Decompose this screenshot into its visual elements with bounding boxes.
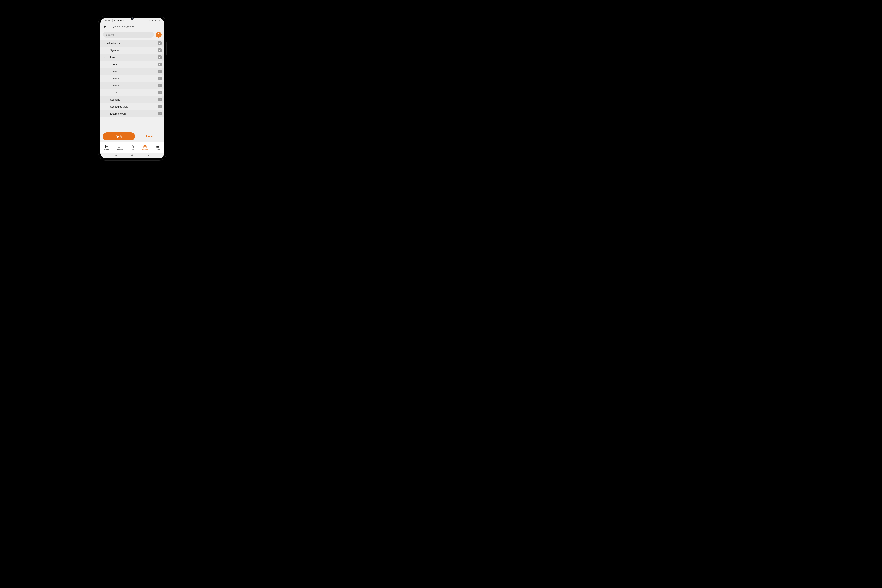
list-item-label: Scheduled task bbox=[106, 105, 158, 108]
phone-side-button bbox=[166, 42, 167, 55]
wifi-icon bbox=[151, 20, 153, 21]
nav-cameras[interactable]: Cameras bbox=[113, 142, 126, 153]
svg-rect-7 bbox=[148, 20, 149, 21]
svg-rect-18 bbox=[131, 146, 134, 148]
checkbox[interactable] bbox=[158, 112, 162, 116]
list-item-label: user2 bbox=[106, 77, 158, 80]
nav-label: Cameras bbox=[116, 149, 123, 151]
header: Event initiators bbox=[100, 23, 164, 31]
svg-point-20 bbox=[132, 147, 133, 147]
svg-point-5 bbox=[123, 20, 125, 21]
whatsapp-icon bbox=[123, 20, 125, 21]
screen: 3:43 PM bbox=[100, 18, 164, 158]
android-back-button[interactable] bbox=[147, 154, 150, 158]
views-icon bbox=[105, 145, 109, 148]
svg-rect-6 bbox=[148, 21, 148, 21]
list-item[interactable]: System bbox=[100, 46, 164, 54]
list-item[interactable]: root bbox=[100, 61, 164, 68]
list-item-label: root bbox=[106, 63, 158, 66]
checkbox[interactable] bbox=[158, 63, 162, 66]
more-icon bbox=[156, 145, 159, 148]
back-button[interactable] bbox=[103, 25, 107, 29]
android-recents-button[interactable] bbox=[115, 154, 117, 158]
events-icon bbox=[143, 145, 147, 148]
page-title: Event initiators bbox=[111, 25, 135, 29]
svg-rect-17 bbox=[118, 146, 120, 147]
svg-rect-22 bbox=[116, 155, 117, 156]
action-bar: Apply Reset bbox=[100, 130, 164, 142]
chevron-down-icon[interactable] bbox=[102, 56, 106, 58]
list-item[interactable]: Scheduled task bbox=[100, 103, 164, 110]
status-right: 66 bbox=[146, 20, 162, 21]
bottom-nav: Views Cameras Eva Events bbox=[100, 142, 164, 153]
svg-point-24 bbox=[132, 155, 133, 156]
list-item-label: Scenario bbox=[106, 98, 158, 101]
checkbox[interactable] bbox=[158, 48, 162, 52]
list-item[interactable]: user3 bbox=[100, 82, 164, 89]
nav-label: Events bbox=[142, 149, 148, 151]
mute-icon bbox=[111, 20, 113, 21]
list-item-label: User bbox=[106, 56, 158, 59]
svg-rect-13 bbox=[161, 20, 161, 21]
nav-views[interactable]: Views bbox=[100, 142, 113, 153]
checkbox[interactable] bbox=[158, 91, 162, 94]
list-item-label: user3 bbox=[106, 84, 158, 87]
search-bar bbox=[100, 31, 164, 40]
search-input[interactable] bbox=[103, 32, 154, 38]
android-home-button[interactable] bbox=[131, 154, 134, 158]
reset-button[interactable]: Reset bbox=[138, 132, 161, 140]
list-item[interactable]: 123 bbox=[100, 89, 164, 96]
eva-icon bbox=[130, 145, 134, 148]
android-nav-bar bbox=[100, 153, 164, 158]
search-icon bbox=[157, 33, 160, 36]
nav-eva[interactable]: Eva bbox=[126, 142, 139, 153]
bluetooth-icon bbox=[146, 20, 147, 21]
phone-notch bbox=[131, 17, 134, 20]
list-item-label: All initiators bbox=[106, 42, 158, 45]
status-left: 3:43 PM bbox=[103, 20, 125, 21]
cameras-icon bbox=[118, 145, 122, 148]
list-item-label: System bbox=[106, 49, 158, 52]
checkbox[interactable] bbox=[158, 105, 162, 108]
search-button[interactable] bbox=[156, 32, 162, 38]
checkbox[interactable] bbox=[158, 76, 162, 80]
checkbox[interactable] bbox=[158, 84, 162, 87]
list-item[interactable]: user1 bbox=[100, 68, 164, 75]
svg-point-19 bbox=[132, 147, 132, 147]
svg-point-15 bbox=[158, 33, 159, 35]
checkbox[interactable] bbox=[158, 41, 162, 45]
list-item-label: External event bbox=[106, 112, 158, 115]
list-item[interactable]: Scenario bbox=[100, 96, 164, 103]
svg-text:66: 66 bbox=[159, 20, 160, 21]
nav-label: More bbox=[156, 149, 160, 151]
list-item-label: 123 bbox=[106, 91, 158, 94]
phone-frame: 3:43 PM bbox=[98, 16, 166, 160]
alarm-icon bbox=[114, 20, 116, 21]
list-item[interactable]: User bbox=[100, 54, 164, 61]
nav-events[interactable]: Events bbox=[139, 142, 152, 153]
apply-button[interactable]: Apply bbox=[103, 132, 135, 140]
checkbox[interactable] bbox=[158, 98, 162, 101]
signal-icon bbox=[148, 20, 150, 21]
list-item-label: user1 bbox=[106, 70, 158, 73]
checkbox[interactable] bbox=[158, 56, 162, 59]
list-item[interactable]: All initiators bbox=[100, 40, 164, 46]
list-item[interactable]: External event bbox=[100, 110, 164, 117]
list-item[interactable]: user2 bbox=[100, 75, 164, 82]
chevron-down-icon[interactable] bbox=[102, 42, 106, 44]
svg-rect-21 bbox=[144, 146, 146, 148]
telegram-icon bbox=[117, 20, 119, 21]
initiator-list: All initiatorsSystemUserrootuser1user2us… bbox=[100, 40, 164, 130]
chat-icon bbox=[120, 20, 122, 21]
status-time: 3:43 PM bbox=[103, 20, 110, 21]
checkbox[interactable] bbox=[158, 70, 162, 73]
nav-label: Eva bbox=[131, 149, 134, 151]
wifi-icon-2 bbox=[154, 20, 156, 21]
nav-label: Views bbox=[105, 149, 109, 151]
nav-more[interactable]: More bbox=[152, 142, 164, 153]
battery-icon: 66 bbox=[157, 20, 162, 21]
